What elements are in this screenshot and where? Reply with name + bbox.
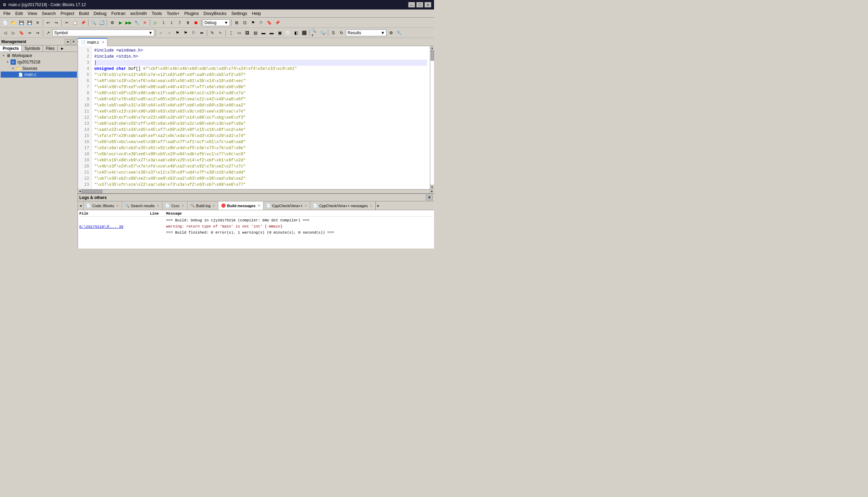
- code-editor[interactable]: 1 2 3 4 5 6 7 8 9 10 11 12 13 14 15 16 1: [78, 46, 434, 189]
- search-tab-close[interactable]: ✕: [157, 204, 159, 208]
- logs-tab-cppcheck[interactable]: 📄 CppCheck/Vera++ ✕: [264, 201, 311, 210]
- build-config-dropdown[interactable]: Debug ▼: [203, 19, 230, 26]
- combo-btn[interactable]: ▣: [276, 29, 283, 37]
- minimize-button[interactable]: —: [408, 2, 415, 8]
- toolbar-btn-extra2[interactable]: ⊡: [241, 19, 248, 26]
- run-button[interactable]: ▶: [117, 19, 124, 26]
- logs-tab-buildlog[interactable]: 🔨 Build log ✕: [187, 201, 218, 210]
- logs-tab-codeblocks[interactable]: 📄 Code::Blocks ✕: [83, 201, 122, 210]
- menu-doxyblocks[interactable]: DoxyBlocks: [201, 10, 229, 17]
- find-button[interactable]: 🔍: [90, 19, 97, 26]
- tree-project[interactable]: ▼ C cjy20175218: [1, 59, 77, 66]
- logs-close-button[interactable]: ✕: [426, 195, 433, 200]
- step-out-button[interactable]: ⤴: [176, 19, 183, 26]
- open-file-button[interactable]: 📂: [10, 19, 17, 26]
- shape-btn[interactable]: ⬜: [284, 29, 291, 37]
- jump-button[interactable]: ⇒: [26, 29, 33, 37]
- menu-plugins[interactable]: Plugins: [182, 10, 201, 17]
- cppcheck-tab-close[interactable]: ✕: [304, 204, 307, 208]
- bar2-btn[interactable]: ▬: [268, 29, 275, 37]
- log-file-2[interactable]: D:\20175218\大... 39: [79, 224, 147, 229]
- menu-edit[interactable]: Edit: [13, 10, 25, 17]
- jump-to-button[interactable]: ↗: [44, 29, 52, 37]
- shape2-btn[interactable]: ◧: [292, 29, 300, 37]
- table-btn[interactable]: ▤: [252, 29, 259, 37]
- vertical-scrollbar[interactable]: ▲ ▼: [430, 46, 434, 189]
- close-button[interactable]: ✕: [425, 2, 431, 8]
- tree-workspace[interactable]: ▼ 🖥 Workspace: [1, 53, 77, 59]
- tree-file[interactable]: 📄 main.c: [1, 72, 77, 77]
- menu-search[interactable]: Search: [40, 10, 58, 17]
- replace-button[interactable]: 🔄: [98, 19, 105, 26]
- menu-file[interactable]: File: [1, 10, 13, 17]
- scroll-down-button[interactable]: ▼: [430, 185, 434, 189]
- settings-button[interactable]: ⚙: [109, 19, 116, 26]
- close-file-button[interactable]: ✕: [34, 19, 41, 26]
- step-button[interactable]: ⤵: [160, 19, 167, 26]
- nav-btn4[interactable]: ⬅: [198, 29, 205, 37]
- cursor-btn[interactable]: ⌶: [227, 29, 234, 37]
- sidebar-prev-button[interactable]: ◄: [65, 39, 70, 44]
- save-file-button[interactable]: 💾: [18, 19, 25, 26]
- undo-button[interactable]: ↩: [44, 19, 52, 26]
- scroll-right-button[interactable]: ►: [430, 189, 434, 194]
- spell-btn[interactable]: S: [330, 29, 337, 37]
- zoom-out-btn[interactable]: 🔍-: [319, 29, 327, 37]
- menu-tools-plus[interactable]: Tools+: [165, 10, 182, 17]
- symbol-dropdown[interactable]: Symbol ▼: [53, 29, 154, 36]
- toolbar-btn-extra4[interactable]: ⚐: [257, 19, 265, 26]
- right-arrow-button[interactable]: →: [166, 29, 173, 37]
- toolbar-btn-extra5[interactable]: 🔖: [266, 19, 273, 26]
- buildmsg-tab-close[interactable]: ✕: [258, 204, 260, 208]
- menu-tools[interactable]: Tools: [150, 10, 164, 17]
- sidebar-close-button[interactable]: ✕: [71, 39, 76, 44]
- editor-tab-main-c[interactable]: 📄 main.c ✕: [78, 38, 108, 46]
- h-scroll-thumb[interactable]: [82, 190, 102, 193]
- copy-button[interactable]: 📋: [71, 19, 79, 26]
- logs-tab-cppcheck-msg[interactable]: 📄 CppCheck/Vera++ messages ✕: [310, 201, 375, 210]
- nav-btn3[interactable]: ⚐: [190, 29, 197, 37]
- toolbar-btn-extra1[interactable]: ⊞: [233, 19, 240, 26]
- rebuild-button[interactable]: 🔧: [133, 19, 140, 26]
- menu-view[interactable]: View: [26, 10, 39, 17]
- code-content[interactable]: #include <windows.h>#include <stdio.h>│u…: [91, 46, 430, 189]
- buildlog-tab-close[interactable]: ✕: [213, 204, 215, 208]
- tab-nav-right[interactable]: ►: [58, 45, 67, 52]
- shape3-btn[interactable]: ⬛: [300, 29, 308, 37]
- refresh-btn[interactable]: ↻: [338, 29, 345, 37]
- horizontal-scrollbar[interactable]: ◄ ►: [78, 189, 434, 193]
- edit-toggle-btn[interactable]: ✎: [209, 29, 216, 37]
- run-next-button[interactable]: ▶▶: [125, 19, 132, 26]
- menu-build[interactable]: Build: [77, 10, 91, 17]
- cut-button[interactable]: ✂: [63, 19, 71, 26]
- draw-rect-btn[interactable]: ▭: [235, 29, 243, 37]
- cppcheck-msg-tab-close[interactable]: ✕: [370, 204, 373, 208]
- menu-settings[interactable]: Settings: [229, 10, 249, 17]
- scroll-left-button[interactable]: ◄: [78, 189, 82, 194]
- menu-debug[interactable]: Debug: [91, 10, 109, 17]
- tab-projects[interactable]: Projects: [0, 45, 22, 52]
- redo-button[interactable]: ↪: [53, 19, 60, 26]
- logs-prev-tab-button[interactable]: ◄: [78, 201, 83, 210]
- tab-files[interactable]: Files: [43, 45, 57, 52]
- nav-next-button[interactable]: ⇒: [34, 29, 41, 37]
- search-extra-btn2[interactable]: 🔧: [395, 29, 403, 37]
- save-all-button[interactable]: 💾: [26, 19, 33, 26]
- logs-tab-cccc[interactable]: 📄 Cccc ✕: [162, 201, 187, 210]
- tab-symbols[interactable]: Symbols: [22, 45, 43, 52]
- tab-close-icon[interactable]: ✕: [102, 40, 104, 44]
- menu-help[interactable]: Help: [250, 10, 263, 17]
- logs-next-tab-button[interactable]: ►: [376, 201, 381, 210]
- nav-back-button[interactable]: ◁: [1, 29, 9, 37]
- stop-debug-button[interactable]: ⏹: [192, 19, 200, 26]
- left-arrow-button[interactable]: ←: [157, 29, 165, 37]
- scroll-up-button[interactable]: ▲: [430, 46, 434, 50]
- logs-tab-search[interactable]: 🔍 Search results ✕: [122, 201, 162, 210]
- scroll-thumb[interactable]: [431, 51, 434, 61]
- flag-button[interactable]: ⚑: [174, 29, 181, 37]
- debug-button[interactable]: ▷: [152, 19, 159, 26]
- new-file-button[interactable]: 📄: [1, 19, 9, 26]
- logs-tab-buildmessages[interactable]: 🔴 Build messages ✕: [218, 201, 264, 210]
- menu-fortran[interactable]: Fortran: [109, 10, 128, 17]
- nav-btn2[interactable]: ⚑: [182, 29, 189, 37]
